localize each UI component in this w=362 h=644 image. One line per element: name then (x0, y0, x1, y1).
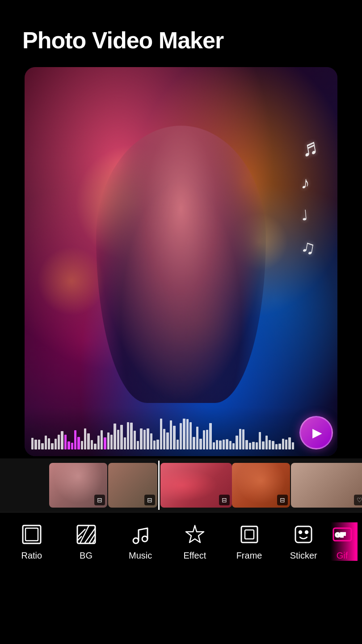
toolbar-label-gif: Gif (337, 551, 348, 561)
waveform-bars (31, 414, 294, 449)
frame-icon (237, 522, 261, 547)
toolbar-item-ratio[interactable]: Ratio (4, 522, 59, 561)
toolbar-label-music: Music (129, 551, 152, 561)
delete-badge-2[interactable]: ⊟ (144, 495, 155, 505)
app-container: Photo Video Maker ♬ ♪ ♩ ♫ ▶ ⊟ ⊟ ⊟ (0, 0, 362, 644)
toolbar-label-sticker: Sticker (290, 551, 317, 561)
music-notes-container: ♬ ♪ ♩ ♫ (301, 134, 324, 258)
svg-marker-11 (186, 525, 204, 542)
effect-icon (182, 522, 207, 547)
gif-icon: GIF (331, 522, 354, 547)
svg-point-9 (133, 538, 139, 543)
svg-rect-12 (241, 526, 257, 542)
timeline-divider (158, 461, 160, 510)
toolbar-item-sticker[interactable]: Sticker (276, 522, 331, 561)
play-icon: ▶ (312, 425, 322, 440)
app-title: Photo Video Maker (0, 0, 362, 67)
bottom-toolbar: Ratio BG (0, 512, 362, 570)
play-button[interactable]: ▶ (299, 416, 333, 449)
music-note-2: ♪ (300, 173, 311, 193)
timeline-item-3[interactable]: ⊟ (160, 463, 232, 508)
delete-badge-1[interactable]: ⊟ (94, 495, 105, 505)
toolbar-label-bg: BG (80, 551, 93, 561)
toolbar-item-frame[interactable]: Frame (222, 522, 277, 561)
svg-rect-1 (25, 528, 38, 541)
svg-point-16 (305, 531, 308, 534)
svg-text:GIF: GIF (335, 531, 346, 538)
toolbar-item-gif[interactable]: GIF Gif (331, 522, 358, 561)
timeline-item-1[interactable]: ⊟ (49, 463, 107, 508)
music-note-4: ♫ (299, 236, 317, 259)
main-canvas: ♬ ♪ ♩ ♫ ▶ (25, 67, 337, 456)
canvas-image (25, 67, 337, 456)
toolbar-label-effect: Effect (183, 551, 206, 561)
music-icon (128, 522, 153, 547)
toolbar-label-frame: Frame (236, 551, 262, 561)
svg-point-15 (299, 531, 302, 534)
timeline-strip[interactable]: ⊟ ⊟ ⊟ ⊟ ♡ (0, 458, 362, 512)
toolbar-item-music[interactable]: Music (113, 522, 168, 561)
svg-point-10 (142, 536, 147, 542)
toolbar-item-effect[interactable]: Effect (168, 522, 222, 561)
delete-badge-3[interactable]: ⊟ (219, 495, 230, 505)
timeline-item-5[interactable]: ♡ (291, 463, 362, 508)
sticker-icon (291, 522, 316, 547)
timeline-item-2[interactable]: ⊟ (108, 463, 157, 508)
toolbar-item-bg[interactable]: BG (59, 522, 114, 561)
svg-rect-13 (245, 530, 254, 539)
waveform-area: ▶ (25, 407, 337, 456)
heart-badge-5[interactable]: ♡ (354, 495, 362, 505)
music-note-3: ♩ (300, 205, 325, 224)
timeline-item-4[interactable]: ⊟ (232, 463, 290, 508)
delete-badge-4[interactable]: ⊟ (277, 495, 288, 505)
svg-rect-14 (295, 526, 311, 542)
music-note-1: ♬ (299, 132, 326, 162)
svg-line-5 (80, 525, 89, 543)
bg-icon (74, 522, 98, 547)
toolbar-label-ratio: Ratio (21, 551, 42, 561)
ratio-icon (19, 522, 44, 547)
